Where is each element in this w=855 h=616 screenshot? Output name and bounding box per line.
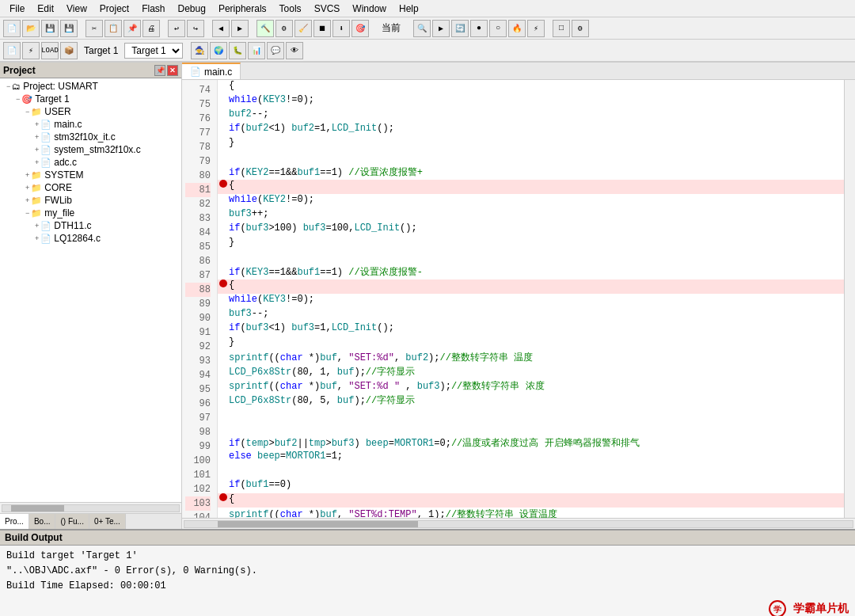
redo-btn[interactable]: ↪ <box>187 20 204 37</box>
dbg-btn1[interactable]: ● <box>470 20 488 37</box>
target-options-btn[interactable]: 🎯 <box>352 20 369 37</box>
tab-templates[interactable]: 0+ Te... <box>89 514 126 529</box>
build-btn[interactable]: 🔨 <box>256 20 274 37</box>
load-btn[interactable]: LOAD <box>41 42 59 59</box>
perf-btn[interactable]: 📊 <box>248 42 265 59</box>
dbg-btn3[interactable]: 🔥 <box>508 20 526 37</box>
bp-88[interactable] <box>218 279 229 287</box>
menu-debug[interactable]: Debug <box>172 2 212 16</box>
tree-stm32it[interactable]: + 📄 stm32f10x_it.c <box>2 131 180 143</box>
code-area: 74 75 76 77 78 79 80 81 82 83 84 85 86 8… <box>182 80 855 518</box>
tree-system[interactable]: + 📄 system_stm32f10x.c <box>2 143 180 156</box>
tree-system-label: system_stm32f10x.c <box>54 144 140 155</box>
main-layout: Project 📌 ✕ − 🗂 Project: USMART − 🎯 Targ… <box>0 62 855 529</box>
cut-btn[interactable]: ✂ <box>86 20 103 37</box>
undo-btn[interactable]: ↩ <box>168 20 185 37</box>
rebuild-btn[interactable]: ⚙ <box>276 20 293 37</box>
editor-vscroll[interactable] <box>844 80 855 518</box>
new-btn[interactable]: 📄 <box>3 20 21 37</box>
tree-root[interactable]: − 🗂 Project: USMART <box>2 80 180 93</box>
tree-dth11[interactable]: + 📄 DTH11.c <box>2 219 180 232</box>
copy-btn[interactable]: 📋 <box>104 20 122 37</box>
tree-fwlib-folder[interactable]: + 📁 FWLib <box>2 194 180 207</box>
menu-svcs[interactable]: SVCS <box>308 2 347 16</box>
print-btn[interactable]: 🖨 <box>142 20 160 37</box>
expand-corefold-icon: + <box>25 184 29 192</box>
ln-86: 86 <box>185 254 211 268</box>
code-text-90: buf3--; <box>229 308 844 319</box>
bp-103[interactable] <box>218 493 229 501</box>
project-hscroll[interactable] <box>0 502 181 513</box>
download-btn[interactable]: ⬇ <box>332 20 350 37</box>
code-text-82: while(KEY2!=0); <box>229 194 844 205</box>
clean-btn[interactable]: 🧹 <box>294 20 312 37</box>
menu-window[interactable]: Window <box>346 2 393 16</box>
dbg2-btn[interactable]: 🐛 <box>229 42 246 59</box>
menu-view[interactable]: View <box>60 2 93 16</box>
target-select[interactable]: Target 1 <box>124 43 183 59</box>
tree-lq12864[interactable]: + 📄 LQ12864.c <box>2 232 180 245</box>
env-btn[interactable]: 🌍 <box>210 42 227 59</box>
debug-start-btn[interactable]: ▶ <box>432 20 450 37</box>
wizard-btn[interactable]: 🧙 <box>191 42 208 59</box>
menu-project[interactable]: Project <box>93 2 135 16</box>
ln-75: 75 <box>185 97 211 112</box>
bp-dot-81 <box>219 180 227 188</box>
ln-93: 93 <box>185 354 211 368</box>
editor-hscroll[interactable] <box>182 518 855 529</box>
com-btn[interactable]: 💬 <box>267 42 284 59</box>
project-pin-btn[interactable]: 📌 <box>154 65 165 76</box>
menu-file[interactable]: File <box>3 2 31 16</box>
ln-87: 87 <box>185 268 211 283</box>
project-hscroll-track <box>2 504 180 512</box>
tree-target1[interactable]: − 🎯 Target 1 <box>2 93 180 105</box>
tab-books[interactable]: Bo... <box>29 514 56 529</box>
menu-peripherals[interactable]: Peripherals <box>212 2 273 16</box>
tab-functions[interactable]: () Fu... <box>55 514 89 529</box>
file-btn[interactable]: 📄 <box>3 42 21 59</box>
editor-area: 📄 main.c 74 75 76 77 78 79 80 81 82 83 8… <box>182 62 855 529</box>
tab-project[interactable]: Pro... <box>0 514 29 529</box>
save-all-btn[interactable]: 💾 <box>60 20 78 37</box>
open-btn[interactable]: 📂 <box>22 20 40 37</box>
code-text-94: LCD_P6x8Str(80, 1, buf);//字符显示 <box>229 365 844 378</box>
back-btn[interactable]: ◀ <box>212 20 230 37</box>
editor-tab-mainc[interactable]: 📄 main.c <box>182 63 241 79</box>
bp-81[interactable] <box>218 180 229 188</box>
dbg-btn4[interactable]: ⚡ <box>527 20 545 37</box>
tree-myfile-folder[interactable]: − 📁 my_file <box>2 207 180 219</box>
ln-88: 88 <box>185 283 211 297</box>
expand-root-icon: − <box>6 82 10 90</box>
tree-system-folder[interactable]: + 📁 SYSTEM <box>2 169 180 181</box>
dbg-btn2[interactable]: ○ <box>489 20 507 37</box>
code-line-77: if(buf2<1) buf2=1,LCD_Init(); <box>218 123 844 137</box>
flash-btn[interactable]: ⚡ <box>22 42 40 59</box>
tree-adc[interactable]: + 📄 adc.c <box>2 156 180 169</box>
menu-help[interactable]: Help <box>393 2 425 16</box>
view2-btn[interactable]: 👁 <box>286 42 303 59</box>
tree-user-folder[interactable]: − 📁 USER <box>2 105 180 118</box>
menu-tools[interactable]: Tools <box>273 2 308 16</box>
view-btn[interactable]: □ <box>553 20 570 37</box>
target-label: Target 1 <box>79 45 123 56</box>
watermark-icon: 学 <box>768 599 787 616</box>
debug-reset-btn[interactable]: 🔄 <box>451 20 469 37</box>
menu-flash[interactable]: Flash <box>135 2 171 16</box>
tree-mainc[interactable]: + 📄 main.c <box>2 118 180 131</box>
tree-core-folder[interactable]: + 📁 CORE <box>2 181 180 194</box>
tree-myfile-label: my_file <box>44 207 74 219</box>
stop-btn[interactable]: ⏹ <box>314 20 331 37</box>
project-close-btn[interactable]: ✕ <box>167 65 178 76</box>
menu-edit[interactable]: Edit <box>31 2 60 16</box>
settings-btn[interactable]: ⚙ <box>572 20 589 37</box>
code-line-76: buf2--; <box>218 108 844 123</box>
save-btn[interactable]: 💾 <box>41 20 59 37</box>
tree-lq12864-label: LQ12864.c <box>54 233 101 244</box>
code-line-102: if(buf1==0) <box>218 479 844 493</box>
find-btn[interactable]: 🔍 <box>413 20 431 37</box>
fwd-btn[interactable]: ▶ <box>231 20 249 37</box>
file6-icon: 📄 <box>40 234 51 244</box>
load2-btn[interactable]: 📦 <box>60 42 78 59</box>
code-text-84: if(buf3>100) buf3=100,LCD_Init(); <box>229 222 844 234</box>
paste-btn[interactable]: 📌 <box>124 20 141 37</box>
